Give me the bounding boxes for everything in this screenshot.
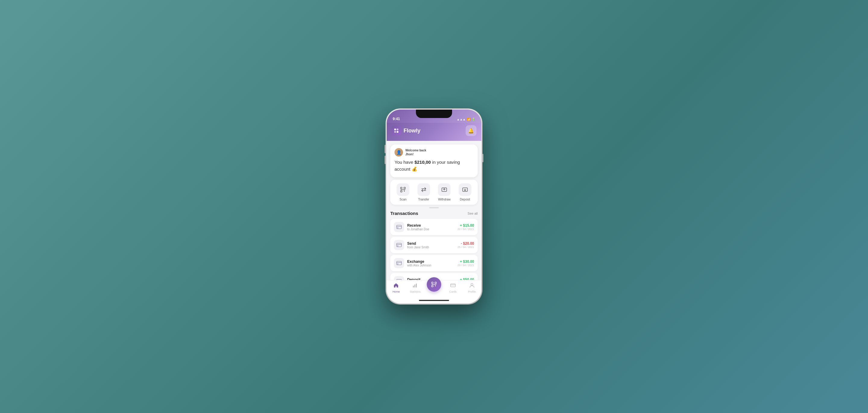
balance-text: You have $210,00 in your saving account … xyxy=(395,159,473,172)
transaction-receive-amount: + $15.00 xyxy=(458,223,474,228)
withdraw-label: Withdraw xyxy=(438,198,451,201)
nav-profile[interactable]: Profile xyxy=(464,283,479,293)
scroll-dot xyxy=(429,207,439,208)
receive-icon xyxy=(394,222,404,232)
nav-statistics-label: Statistics xyxy=(410,290,421,293)
statistics-icon xyxy=(412,283,418,289)
svg-rect-1 xyxy=(397,129,398,130)
phone-mockup: 9:41 ▲▲▲ 📶 🔋 xyxy=(386,109,482,304)
nav-cards[interactable]: Cards xyxy=(445,283,461,293)
svg-rect-29 xyxy=(435,282,436,283)
see-all-button[interactable]: See all xyxy=(467,212,478,215)
app-name: Flowly xyxy=(404,128,421,134)
svg-rect-25 xyxy=(413,286,414,287)
balance-card: 👤 Welcome back Jhon! You have $210,00 in… xyxy=(390,144,478,177)
svg-point-18 xyxy=(398,246,398,246)
transaction-send-info: Send from Jane Smith xyxy=(407,241,455,249)
scan-icon xyxy=(397,183,409,196)
transaction-exchange-name: Exchange xyxy=(407,260,455,264)
app-logo-area: Flowly xyxy=(392,126,421,135)
transfer-label: Transfer xyxy=(418,198,429,201)
scan-center-button[interactable] xyxy=(427,277,441,292)
app-header: Flowly 🔔 xyxy=(387,123,481,141)
svg-rect-6 xyxy=(401,191,402,192)
phone-screen: 9:41 ▲▲▲ 📶 🔋 xyxy=(387,110,481,303)
deposit-icon xyxy=(459,183,471,196)
withdraw-icon xyxy=(438,183,451,196)
svg-rect-0 xyxy=(394,129,396,130)
transaction-receive-date: 22 / 04 / 2021 xyxy=(458,228,474,231)
svg-rect-33 xyxy=(451,284,456,287)
scan-action-button[interactable]: Scan xyxy=(397,183,409,201)
action-buttons: Scan Transfer xyxy=(390,180,478,205)
status-icons: ▲▲▲ 📶 🔋 xyxy=(457,118,475,121)
battery-icon: 🔋 xyxy=(472,118,475,121)
transactions-section: Transactions See all xyxy=(387,211,481,280)
phone-side-button-right xyxy=(482,154,484,162)
notification-button[interactable]: 🔔 xyxy=(466,125,476,136)
svg-rect-19 xyxy=(397,261,401,265)
welcome-label: Welcome back xyxy=(405,148,426,152)
transaction-send-name: Send xyxy=(407,241,455,246)
nav-cards-label: Cards xyxy=(450,290,457,293)
svg-rect-27 xyxy=(416,283,417,287)
svg-rect-4 xyxy=(401,187,402,189)
home-indicator xyxy=(387,298,481,303)
home-bar xyxy=(419,300,449,301)
svg-rect-30 xyxy=(432,285,433,287)
svg-point-35 xyxy=(471,283,473,286)
deposit-tx-icon xyxy=(394,276,404,280)
phone-side-buttons-left xyxy=(384,145,386,164)
app-logo-icon xyxy=(392,126,401,135)
balance-amount: $210,00 xyxy=(414,160,431,165)
transaction-send-sub: from Jane Smith xyxy=(407,246,455,249)
bottom-nav: Home Statistics xyxy=(387,280,481,298)
nav-home-label: Home xyxy=(393,290,400,293)
main-content: 👤 Welcome back Jhon! You have $210,00 in… xyxy=(387,141,481,280)
status-time: 9:41 xyxy=(393,117,400,121)
transfer-icon xyxy=(417,183,430,196)
volume-down-button xyxy=(384,156,386,164)
svg-rect-26 xyxy=(414,284,415,287)
transfer-action-button[interactable]: Transfer xyxy=(417,183,430,201)
send-icon xyxy=(394,240,404,250)
transaction-item: Send from Jane Smith - $20.00 25 / 04 / … xyxy=(390,237,478,253)
notification-icon: 🔔 xyxy=(468,128,474,134)
welcome-text: Welcome back Jhon! xyxy=(405,148,426,156)
scroll-indicator xyxy=(387,205,481,211)
user-name: Jhon! xyxy=(405,152,426,156)
svg-rect-2 xyxy=(394,131,396,133)
transaction-exchange-amount-col: + $30.00 29 / 04 / 2021 xyxy=(458,260,474,267)
svg-rect-5 xyxy=(404,187,405,189)
nav-statistics[interactable]: Statistics xyxy=(407,283,423,293)
deposit-label: Deposit xyxy=(460,198,470,201)
transaction-item: Exchange with Alex Johnson + $30.00 29 /… xyxy=(390,255,478,271)
withdraw-action-button[interactable]: Withdraw xyxy=(438,183,451,201)
transaction-exchange-sub: with Alex Johnson xyxy=(407,264,455,267)
volume-up-button xyxy=(384,145,386,153)
cards-icon xyxy=(450,283,456,289)
transaction-send-amount-col: - $20.00 25 / 04 / 2021 xyxy=(458,241,474,249)
wifi-icon: 📶 xyxy=(467,118,470,121)
nav-scan-center[interactable] xyxy=(427,284,441,292)
power-button xyxy=(482,154,484,162)
profile-icon xyxy=(469,283,475,289)
transaction-receive-amount-col: + $15.00 22 / 04 / 2021 xyxy=(458,223,474,231)
welcome-row: 👤 Welcome back Jhon! xyxy=(395,148,473,157)
svg-point-15 xyxy=(398,228,398,229)
svg-rect-31 xyxy=(435,285,436,286)
transaction-receive-info: Receive to Jonathan Doe xyxy=(407,223,455,231)
nav-home[interactable]: Home xyxy=(389,283,404,293)
scan-label: Scan xyxy=(400,198,407,201)
svg-point-21 xyxy=(398,264,398,265)
deposit-action-button[interactable]: Deposit xyxy=(459,183,471,201)
transaction-send-amount: - $20.00 xyxy=(458,241,474,246)
svg-rect-16 xyxy=(397,243,401,247)
transaction-deposit-amount: + $50.00 xyxy=(458,278,474,280)
balance-intro: You have xyxy=(395,160,414,165)
transactions-header: Transactions See all xyxy=(390,211,478,216)
home-icon xyxy=(393,283,399,289)
svg-rect-28 xyxy=(432,282,433,283)
svg-rect-13 xyxy=(397,225,401,229)
transaction-send-date: 25 / 04 / 2021 xyxy=(458,246,474,249)
